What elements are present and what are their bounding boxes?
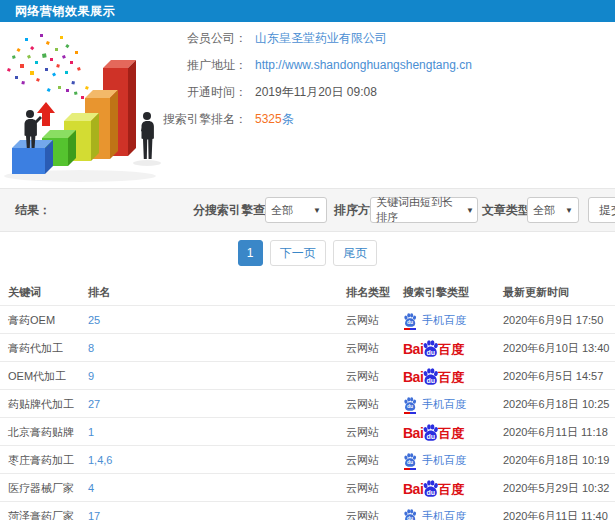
rank-type-cell: 云网站 (346, 334, 379, 362)
rank-count-label: 搜索引擎排名： (155, 106, 247, 133)
member-info: 会员公司：山东皇圣堂药业有限公司 推广地址：http://www.shandon… (155, 25, 472, 133)
baidu-du-text: du (407, 404, 413, 409)
rank-count-unit-link[interactable]: 条 (282, 112, 294, 126)
rank-link[interactable]: 4 (88, 474, 94, 502)
chevron-down-icon: ▼ (565, 206, 573, 215)
keyword-cell: 枣庄膏药加工 (8, 446, 74, 474)
baidu-du-text: du (427, 376, 436, 383)
open-time-label: 开通时间： (155, 79, 247, 106)
keyword-cell: 北京膏药贴牌 (8, 418, 74, 446)
rank-type-cell: 云网站 (346, 390, 379, 418)
engine-name: 手机百度 (422, 306, 466, 334)
page: 网络营销效果展示 (0, 0, 615, 520)
company-label: 会员公司： (155, 25, 247, 52)
table-header-row: 关键词 排名 排名类型 搜索引擎类型 最新更新时间 (0, 278, 615, 306)
baidu-mobile-logo: du 手机百度 (403, 306, 466, 334)
keyword-cell: 菏泽膏药厂家 (8, 502, 74, 520)
confetti-dots (7, 34, 89, 99)
info-section: 会员公司：山东皇圣堂药业有限公司 推广地址：http://www.shandon… (0, 22, 615, 188)
businessman-right (141, 112, 154, 159)
baidu-cn-text: 百度 (438, 426, 464, 441)
updated-cell: 2020年6月11日 11:40 (503, 502, 608, 520)
article-type-label: 文章类型 (482, 189, 530, 231)
rank-link[interactable]: 9 (88, 362, 94, 390)
baidu-du-text: du (427, 348, 436, 355)
updated-cell: 2020年6月10日 13:40 (503, 334, 609, 362)
rank-link[interactable]: 17 (88, 502, 100, 520)
table-row: 膏药OEM 25 云网站 du 手机百度 2020年6月9日 17:50 (0, 306, 615, 334)
header-updated: 最新更新时间 (503, 278, 569, 306)
updated-cell: 2020年6月18日 10:19 (503, 446, 609, 474)
chevron-down-icon: ▼ (313, 206, 321, 215)
rank-link[interactable]: 1,4,6 (88, 446, 112, 474)
next-page-button[interactable]: 下一页 (270, 240, 326, 266)
rank-link[interactable]: 1 (88, 418, 94, 446)
sort-select[interactable]: 关键词由短到长排序 ▼ (370, 197, 478, 223)
baidu-cn-text: 百度 (438, 482, 464, 497)
baidu-cn-text: 百度 (438, 370, 464, 385)
filter-bar: 结果： 分搜索引擎查看 全部 ▼ 排序方式 关键词由短到长排序 ▼ 文章类型 全… (0, 188, 615, 232)
header-keyword: 关键词 (8, 278, 41, 306)
promo-url-link[interactable]: http://www.shandonghuangshengtang.cn (255, 58, 472, 72)
baidu-bai-text: Bai (403, 481, 423, 497)
submit-button[interactable]: 提交 (588, 197, 615, 223)
baidu-du-text: du (427, 432, 436, 439)
updated-cell: 2020年6月18日 10:25 (503, 390, 609, 418)
up-arrow-icon (37, 102, 55, 126)
table-row: 膏药代加工 8 云网站 Bai du 百度 2020年6月10日 13:40 (0, 334, 615, 362)
rank-link[interactable]: 25 (88, 306, 100, 334)
engine-select-value: 全部 (271, 203, 293, 218)
engine-name: 手机百度 (422, 446, 466, 474)
rank-link[interactable]: 27 (88, 390, 100, 418)
company-link[interactable]: 山东皇圣堂药业有限公司 (255, 31, 387, 45)
baidu-pc-logo: Bai du 百度 (403, 339, 464, 357)
baidu-mobile-logo: du 手机百度 (403, 390, 466, 418)
current-page-button[interactable]: 1 (238, 240, 263, 266)
info-row-url: 推广地址：http://www.shandonghuangshengtang.c… (155, 52, 472, 79)
sort-select-value: 关键词由短到长排序 (376, 195, 463, 225)
table-row: 菏泽膏药厂家 17 云网站 du 手机百度 2020年6月11日 11:40 (0, 502, 615, 520)
baidu-du-text: du (407, 516, 413, 520)
promo-url-label: 推广地址： (155, 52, 247, 79)
engine-select[interactable]: 全部 ▼ (265, 197, 327, 223)
rank-type-cell: 云网站 (346, 306, 379, 334)
rank-type-cell: 云网站 (346, 502, 379, 520)
article-type-select-value: 全部 (533, 203, 555, 218)
table-row: 医疗器械厂家 4 云网站 Bai du 百度 2020年5月29日 10:32 (0, 474, 615, 502)
rank-type-cell: 云网站 (346, 418, 379, 446)
rank-type-cell: 云网站 (346, 474, 379, 502)
keyword-cell: 膏药OEM (8, 306, 55, 334)
baidu-pc-logo: Bai du 百度 (403, 367, 464, 385)
baidu-du-text: du (407, 460, 413, 465)
engine-name: 手机百度 (422, 502, 466, 520)
keyword-cell: 医疗器械厂家 (8, 474, 74, 502)
baidu-pc-logo: Bai du 百度 (403, 479, 464, 497)
pagination: 1 下一页 尾页 (0, 240, 615, 266)
baidu-cn-text: 百度 (438, 342, 464, 357)
info-row-company: 会员公司：山东皇圣堂药业有限公司 (155, 25, 472, 52)
baidu-pc-logo: Bai du 百度 (403, 423, 464, 441)
engine-name: 手机百度 (422, 390, 466, 418)
baidu-mobile-logo: du 手机百度 (403, 502, 466, 520)
rank-link[interactable]: 8 (88, 334, 94, 362)
table-row: 枣庄膏药加工 1,4,6 云网站 du 手机百度 2020年6月18日 10:1… (0, 446, 615, 474)
keyword-ranking-table: 关键词 排名 排名类型 搜索引擎类型 最新更新时间 膏药OEM 25 云网站 d… (0, 278, 615, 520)
baidu-bai-text: Bai (403, 341, 423, 357)
info-row-open-time: 开通时间：2019年11月20日 09:08 (155, 79, 472, 106)
baidu-du-text: du (427, 488, 436, 495)
page-title: 网络营销效果展示 (0, 0, 615, 22)
updated-cell: 2020年5月29日 10:32 (503, 474, 609, 502)
keyword-cell: OEM代加工 (8, 362, 66, 390)
header-rank: 排名 (88, 278, 110, 306)
header-engine-type: 搜索引擎类型 (403, 278, 469, 306)
baidu-bai-text: Bai (403, 369, 423, 385)
chevron-down-icon: ▼ (466, 206, 474, 215)
rank-type-cell: 云网站 (346, 362, 379, 390)
info-row-rank-count: 搜索引擎排名：5325条 (155, 106, 472, 133)
article-type-select[interactable]: 全部 ▼ (527, 197, 579, 223)
last-page-button[interactable]: 尾页 (333, 240, 377, 266)
result-label: 结果： (15, 189, 51, 231)
header-rank-type: 排名类型 (346, 278, 390, 306)
table-row: OEM代加工 9 云网站 Bai du 百度 2020年6月5日 14:57 (0, 362, 615, 390)
updated-cell: 2020年6月11日 11:18 (503, 418, 608, 446)
